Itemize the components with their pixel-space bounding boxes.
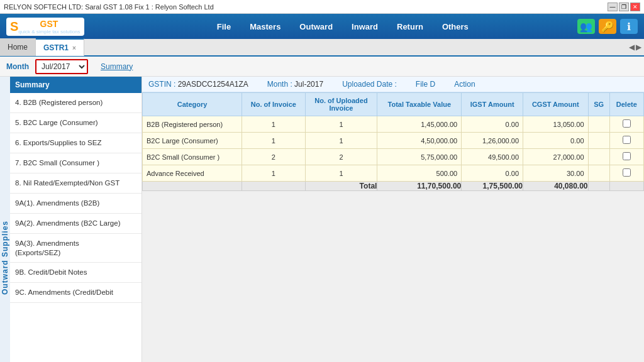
delete-checkbox[interactable] [623,152,631,160]
uploaded-info: Uploaded Date : [342,80,397,89]
sidebar-item-b2clarge[interactable]: 5. B2C Large (Consumer) [10,113,142,133]
sidebar-outer: Outward Supplies Summary 4. B2B (Registe… [0,77,142,362]
tab-close-icon[interactable]: × [72,45,76,52]
nav-others[interactable]: Others [442,22,469,31]
nav-return[interactable]: Return [397,22,423,31]
sidebar-item-b2csmall[interactable]: 7. B2C Small (Consumer ) [10,153,142,173]
delete-checkbox[interactable] [623,119,631,128]
sidebar-item-9c[interactable]: 9C. Amendments (Credit/Debit [10,283,142,303]
sidebar-header: Summary [10,77,142,93]
cell-total-taxable: 5,75,000.00 [377,149,462,165]
month-bar: Month Jul/2017 Aug/2017 Sep/2017 Summary [0,57,644,77]
col-sg: SG [588,93,609,116]
total-taxable: 11,70,500.00 [377,182,462,191]
cell-igst: 0.00 [462,116,523,133]
table-row: B2C Small (Consumer ) 2 2 5,75,000.00 49… [143,149,644,165]
table-row: B2B (Registered person) 1 1 1,45,000.00 … [143,116,644,133]
month-info: Month : Jul-2017 [267,80,323,89]
title-bar: RELYON SOFTECH LTD: Saral GST 1.08 Fix 1… [0,0,644,14]
cell-no-uploaded: 1 [305,116,377,133]
col-category: Category [143,93,242,116]
total-label-cell: Total [305,182,377,191]
minimize-button[interactable]: — [608,3,618,11]
people-icon[interactable]: 👥 [577,19,595,34]
month-label: Month [6,62,29,71]
total-cgst: 40,080.00 [523,182,589,191]
cell-no-invoice: 1 [242,116,305,133]
main-content: GSTIN : 29ASDCC1254A1ZA Month : Jul-2017… [142,77,644,362]
logo-s-icon: S [10,19,18,34]
cell-delete [609,149,643,165]
title-text: RELYON SOFTECH LTD: Saral GST 1.08 Fix 1… [4,3,214,11]
nav-file[interactable]: File [217,22,231,31]
cell-delete [609,165,643,182]
tab-prev-icon[interactable]: ◀ [629,43,635,52]
total-delete [609,182,643,191]
nav-menu: File Masters Outward Inward Return Other… [108,22,577,31]
nav-bar: S SaralGST quick & simple tax solutions … [0,14,644,39]
cell-category: B2B (Registered person) [143,116,242,133]
table-row: Advance Received 1 1 500.00 0.00 30.00 [143,165,644,182]
tab-home[interactable]: Home [0,38,36,56]
col-no-invoice: No. of Invoice [242,93,305,116]
col-no-uploaded: No. of UploadedInvoice [305,93,377,116]
total-sg [588,182,609,191]
sidebar-strip: Outward Supplies [0,77,10,362]
summary-link[interactable]: Summary [101,62,133,71]
sidebar-item-nilrated[interactable]: 8. Nil Rated/Exempted/Non GST [10,173,142,194]
tab-bar: Home GSTR1 × ◀ ▶ [0,39,644,57]
sidebar-item-9a2[interactable]: 9A(2). Amendments (B2C Large) [10,214,142,234]
cell-total-taxable: 4,50,000.00 [377,133,462,149]
gstin-value: 29ASDCC1254A1ZA [178,80,248,89]
cell-category: Advance Received [143,165,242,182]
cell-no-uploaded: 1 [305,165,377,182]
logo-area: S SaralGST quick & simple tax solutions [6,18,89,36]
cell-sg [588,133,609,149]
sidebar-item-9b[interactable]: 9B. Credit/Debit Notes [10,263,142,283]
total-igst: 1,75,500.00 [462,182,523,191]
nav-outward[interactable]: Outward [299,22,333,31]
nav-right: 👥 🔑 ℹ [577,19,638,34]
cell-cgst: 27,000.00 [523,149,589,165]
total-row: Total 11,70,500.00 1,75,500.00 40,080.00 [143,182,644,191]
month-select-wrapper: Jul/2017 Aug/2017 Sep/2017 [35,59,88,74]
filed-info: File D [416,80,435,89]
sidebar-item-9a1[interactable]: 9A(1). Amendments (B2B) [10,194,142,214]
tab-navigation: ◀ ▶ [629,43,644,52]
cell-delete [609,116,643,133]
cell-sg [588,165,609,182]
delete-checkbox[interactable] [623,168,631,177]
sidebar-item-b2b[interactable]: 4. B2B (Registered person) [10,93,142,113]
title-controls: — ❐ ✕ [608,3,640,11]
restore-button[interactable]: ❐ [619,3,629,11]
col-cgst: CGST Amount [523,93,589,116]
tab-gstr1[interactable]: GSTR1 × [36,38,84,56]
logo-saral: Saral [18,19,40,29]
cell-igst: 1,26,000.00 [462,133,523,149]
cell-category: B2C Small (Consumer ) [143,149,242,165]
key-icon[interactable]: 🔑 [599,19,616,34]
tab-next-icon[interactable]: ▶ [636,43,641,52]
cell-no-uploaded: 1 [305,133,377,149]
cell-cgst: 0.00 [523,133,589,149]
cell-category: B2C Large (Consumer) [143,133,242,149]
nav-inward[interactable]: Inward [352,22,378,31]
cell-sg [588,149,609,165]
cell-no-invoice: 1 [242,165,305,182]
sidebar-item-9a3[interactable]: 9A(3). Amendments(Exports/SEZ) [10,234,142,263]
nav-masters[interactable]: Masters [250,22,280,31]
month-info-value: Jul-2017 [294,80,323,89]
logo-subtitle: quick & simple tax solutions [18,29,80,35]
col-delete: Delete [609,93,643,116]
sidebar: Summary 4. B2B (Registered person) 5. B2… [10,77,142,362]
month-select[interactable]: Jul/2017 Aug/2017 Sep/2017 [36,60,87,73]
sidebar-item-exports[interactable]: 6. Exports/Supplies to SEZ [10,133,142,153]
cell-no-invoice: 2 [242,149,305,165]
close-window-button[interactable]: ✕ [630,3,640,11]
cell-delete [609,133,643,149]
info-bar: GSTIN : 29ASDCC1254A1ZA Month : Jul-2017… [142,77,644,92]
delete-checkbox[interactable] [623,136,631,144]
info-icon[interactable]: ℹ [620,19,638,34]
cell-sg [588,116,609,133]
cell-total-taxable: 1,45,000.00 [377,116,462,133]
